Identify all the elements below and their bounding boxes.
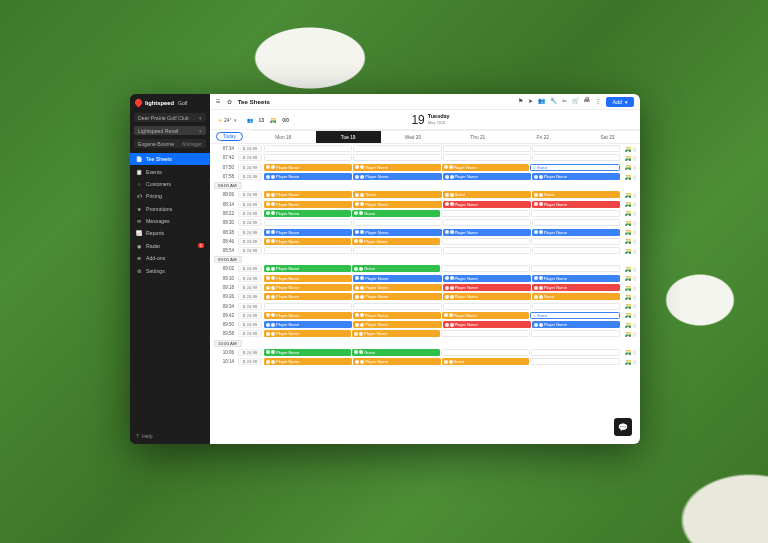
sidebar-item-pricing[interactable]: 🏷Pricing <box>130 190 210 202</box>
add-button[interactable]: Add▾ <box>606 97 634 107</box>
slot[interactable]: Player Name <box>353 201 441 208</box>
cart-icon[interactable]: 🛺 <box>625 192 631 198</box>
cart-icon[interactable]: 🛺 <box>625 164 631 170</box>
cart-icon[interactable]: 🛺 <box>625 146 631 152</box>
slot[interactable]: Player Name <box>532 201 620 208</box>
sidebar-item-radar[interactable]: ◉Radar1 <box>130 240 210 252</box>
slot[interactable]: Guest <box>532 293 620 300</box>
slot[interactable]: Player Name <box>353 164 441 171</box>
slot[interactable]: Player Name <box>264 164 352 171</box>
slot[interactable]: Player Name <box>443 275 531 282</box>
print-icon[interactable]: ⎙ <box>633 238 636 244</box>
slot[interactable]: Player Name <box>443 173 531 180</box>
help-link[interactable]: ?Help <box>130 428 210 444</box>
sidebar-item-customers[interactable]: ○Customers <box>130 178 210 190</box>
slot[interactable]: Player Name <box>532 284 620 291</box>
cart-icon[interactable]: 🛺 <box>625 266 631 272</box>
slot[interactable]: Player Name <box>264 275 352 282</box>
slot[interactable] <box>441 349 530 356</box>
slot[interactable]: Player Name <box>532 275 620 282</box>
slot[interactable] <box>353 247 441 254</box>
sidebar-item-settings[interactable]: ⚙Settings <box>130 264 210 276</box>
slot[interactable] <box>264 303 352 310</box>
sidebar-item-promotions[interactable]: ★Promotions <box>130 203 210 215</box>
slot[interactable]: Player Name <box>442 312 530 319</box>
slot[interactable]: Player Name <box>264 312 352 319</box>
slot[interactable] <box>531 210 620 217</box>
print-icon[interactable]: ⎙ <box>633 146 636 152</box>
print-icon[interactable]: ⎙ <box>633 229 636 235</box>
slot[interactable] <box>353 303 441 310</box>
cart-icon[interactable]: 🛺 <box>625 359 631 365</box>
sidebar-item-messages[interactable]: ✉Messages <box>130 215 210 227</box>
print-icon[interactable]: ⎙ <box>633 285 636 291</box>
day-tab[interactable]: Mon 18 <box>251 130 316 143</box>
slot[interactable]: Guest <box>532 191 620 198</box>
slot[interactable]: Guest <box>352 265 439 272</box>
cart-icon[interactable]: 🛺 <box>625 303 631 309</box>
wrench-icon[interactable]: 🔧 <box>550 97 557 107</box>
print-icon[interactable]: ⎙ <box>633 164 636 170</box>
slot[interactable] <box>353 145 441 152</box>
slot[interactable] <box>531 349 620 356</box>
print-icon[interactable]: ⎙ <box>633 248 636 254</box>
print-icon[interactable]: ⎙ <box>633 303 636 309</box>
day-tab[interactable]: Tue 19 <box>316 130 381 143</box>
cart-icon[interactable]: 🛺 <box>625 248 631 254</box>
cart-icon[interactable]: 🛺 <box>625 275 631 281</box>
slot[interactable]: Player Name <box>264 284 352 291</box>
slot[interactable]: Player Name <box>353 358 441 365</box>
cart-icon[interactable]: 🛺 <box>625 155 631 161</box>
slot[interactable]: Player Name <box>264 173 352 180</box>
slot[interactable] <box>264 219 352 226</box>
slot[interactable]: Player Name <box>264 191 352 198</box>
user-menu[interactable]: Eugene BourneManager <box>134 139 206 148</box>
cart-icon[interactable]: 🛒 <box>572 97 579 107</box>
slot[interactable] <box>532 154 620 161</box>
slot[interactable]: Player Name <box>264 330 351 337</box>
slot[interactable]: Player Name <box>352 330 439 337</box>
slot[interactable] <box>443 154 531 161</box>
print-icon[interactable]: ⎙ <box>633 220 636 226</box>
slot[interactable]: Player Name <box>353 312 441 319</box>
slot[interactable] <box>441 210 530 217</box>
print-icon[interactable]: ⎙ <box>633 312 636 318</box>
day-tab[interactable]: Wed 20 <box>381 130 446 143</box>
users-icon[interactable]: 👥 <box>538 97 545 107</box>
chat-launcher[interactable]: 💬 <box>614 418 632 436</box>
day-tab[interactable]: Thu 21 <box>445 130 510 143</box>
slot[interactable]: Player Name <box>353 275 441 282</box>
slot[interactable]: Player Name <box>353 321 441 328</box>
slot[interactable]: Player Name <box>353 293 441 300</box>
sidebar-item-reports[interactable]: 📈Reports <box>130 227 210 239</box>
flag-icon[interactable]: ⚑ <box>518 97 523 107</box>
slot[interactable]: Player Name <box>442 164 530 171</box>
slot[interactable]: Player Name <box>443 321 531 328</box>
slot[interactable]: ○ Guest <box>530 312 620 319</box>
cut-icon[interactable]: ✂ <box>562 97 567 107</box>
context-selector[interactable]: Lightspeed Retail▾ <box>134 126 206 135</box>
cart-icon[interactable]: 🛺 <box>625 294 631 300</box>
slot[interactable]: Player Name <box>264 210 351 217</box>
cart-icon[interactable]: 🛺 <box>625 322 631 328</box>
slot[interactable]: Player Name <box>532 229 620 236</box>
slot[interactable]: Player Name <box>443 284 531 291</box>
slot[interactable]: Player Name <box>443 229 531 236</box>
slot[interactable] <box>264 154 352 161</box>
sidebar-item-add-ons[interactable]: ⊕Add-ons <box>130 252 210 264</box>
cart-icon[interactable]: 🛺 <box>625 201 631 207</box>
print-icon[interactable]: ⎙ <box>633 331 636 337</box>
slot[interactable]: Player Name <box>264 238 351 245</box>
cart-icon[interactable]: 🛺 <box>625 229 631 235</box>
slot[interactable]: Player Name <box>264 201 352 208</box>
slot[interactable]: Player Name <box>264 293 352 300</box>
cart-icon[interactable]: 🛺 <box>625 331 631 337</box>
cart-icon[interactable]: 🛺 <box>625 174 631 180</box>
print-icon[interactable]: ⎙ <box>633 359 636 365</box>
cart-icon[interactable]: 🛺 <box>625 312 631 318</box>
slot[interactable]: Player Name <box>264 321 352 328</box>
slot[interactable]: Player Name <box>532 173 620 180</box>
slot[interactable]: Player Name <box>443 293 531 300</box>
slot[interactable]: Guest <box>352 349 439 356</box>
menu-icon[interactable]: ≡ <box>216 97 221 106</box>
